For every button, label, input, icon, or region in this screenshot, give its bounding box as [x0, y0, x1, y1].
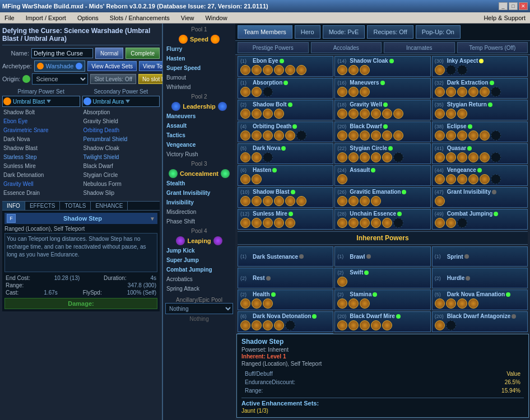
- mode-pve-button[interactable]: Mode: PvE: [323, 25, 365, 39]
- tab-info[interactable]: INFO: [2, 202, 25, 210]
- primary-power-9[interactable]: Essence Drain: [2, 189, 80, 198]
- tab-effects[interactable]: EFFECTS: [25, 202, 61, 210]
- prestige-powers-button[interactable]: Prestige Powers: [238, 42, 309, 53]
- power-slot-23[interactable]: (49) Combat Jumping: [432, 209, 528, 230]
- power-slot-1[interactable]: (14) Shadow Cloak: [334, 56, 430, 77]
- power-slot-14[interactable]: (41) Quasar: [432, 143, 528, 164]
- pool1-power-1[interactable]: Hasten: [164, 54, 234, 63]
- power-slot-2[interactable]: (30) Inky Aspect: [432, 56, 528, 77]
- incarnates-button[interactable]: Incarnates: [384, 42, 455, 53]
- hero-button[interactable]: Hero: [295, 25, 320, 39]
- view-active-sets-button[interactable]: View Active Sets: [87, 61, 137, 71]
- power-slot-19[interactable]: (26) Gravitic Emanation: [334, 187, 430, 208]
- complete-button[interactable]: Complete: [125, 48, 160, 59]
- secondary-set-select[interactable]: Umbral Aura: [82, 96, 160, 107]
- menu-import-export[interactable]: Import / Export: [24, 13, 68, 22]
- sec-power-1[interactable]: Gravity Shield: [82, 117, 160, 126]
- power-slot-9[interactable]: (4) Orbiting Death: [238, 122, 333, 142]
- inherent-slot-2[interactable]: (1) Sprint: [432, 246, 528, 267]
- inherent-slot-0[interactable]: (1) Dark Sustenance: [238, 246, 333, 267]
- inherent-slot-8[interactable]: (5) Dark Nova Emanation: [432, 290, 528, 310]
- menu-options[interactable]: Options: [75, 13, 101, 22]
- pool1-power-0[interactable]: Flurry: [164, 44, 234, 54]
- power-slot-3[interactable]: (1) Absorption: [238, 78, 333, 99]
- pool2-power-1[interactable]: Assault: [164, 121, 234, 130]
- menu-view[interactable]: View: [179, 13, 197, 22]
- slot-levels-button[interactable]: Slot Levels: Off: [90, 74, 136, 84]
- pool1-power-2[interactable]: Super Speed: [164, 63, 234, 73]
- power-slot-22[interactable]: (28) Unchain Essence: [334, 209, 430, 230]
- power-slot-21[interactable]: (12) Sunless Mire: [238, 209, 333, 230]
- pool2-power-0[interactable]: Maneuvers: [164, 111, 234, 121]
- pool2-power-3[interactable]: Vengeance: [164, 140, 234, 150]
- primary-power-1[interactable]: Ebon Eye: [2, 117, 80, 126]
- pool3-power-1[interactable]: Grant Invisibility: [164, 188, 234, 198]
- pool3-power-3[interactable]: Misdirection: [164, 207, 234, 217]
- sec-power-4[interactable]: Shadow Cloak: [82, 144, 160, 153]
- sec-power-0[interactable]: Absorption: [82, 108, 160, 117]
- pool4-power-3[interactable]: Acrobatics: [164, 274, 234, 284]
- power-slot-18[interactable]: (10) Shadow Blast: [238, 187, 333, 208]
- pool2-power-2[interactable]: Tactics: [164, 130, 234, 140]
- sec-power-2[interactable]: Orbiting Death: [82, 126, 160, 135]
- pool1-power-3[interactable]: Burnout: [164, 73, 234, 82]
- power-slot-17[interactable]: (44) Vengeance: [432, 165, 528, 186]
- pool3-power-4[interactable]: Phase Shift: [164, 217, 234, 226]
- power-slot-4[interactable]: (16) Maneuvers: [334, 78, 430, 99]
- inherent-slot-7[interactable]: (2) Stamina: [334, 290, 430, 310]
- pool3-power-0[interactable]: Stealth: [164, 179, 234, 188]
- name-input[interactable]: [31, 48, 93, 58]
- power-slot-13[interactable]: (22) Stygian Circle: [334, 143, 430, 164]
- pool2-title[interactable]: Leadership: [183, 103, 216, 110]
- power-slot-12[interactable]: (5) Dark Nova: [238, 143, 333, 164]
- power-slot-8[interactable]: (35) Stygian Return: [432, 100, 528, 120]
- power-slot-7[interactable]: (18) Gravity Well: [334, 100, 430, 120]
- sec-power-9[interactable]: Shadow Slip: [82, 189, 160, 198]
- pool3-title[interactable]: Concealment: [180, 170, 218, 177]
- tab-enhance[interactable]: ENHANCE: [91, 202, 128, 210]
- pool4-power-2[interactable]: Combat Jumping: [164, 265, 234, 274]
- primary-set-select[interactable]: Umbral Blast: [2, 96, 80, 107]
- primary-power-0[interactable]: Shadow Bolt: [2, 108, 80, 117]
- primary-power-4[interactable]: Shadow Blast: [2, 144, 80, 153]
- menu-slots[interactable]: Slots / Enhancements: [108, 13, 172, 22]
- tab-totals[interactable]: TOTALS: [60, 202, 91, 210]
- sec-power-5[interactable]: Twilight Shield: [82, 153, 160, 162]
- pool1-power-4[interactable]: Whirlwind: [164, 82, 234, 92]
- origin-select[interactable]: Science: [32, 73, 88, 85]
- menu-help[interactable]: Help & Support: [481, 13, 528, 22]
- minimize-button[interactable]: _: [499, 2, 508, 10]
- sec-power-3[interactable]: Penumbral Shield: [82, 135, 160, 144]
- power-slot-0[interactable]: (1) Ebon Eye: [238, 56, 333, 77]
- popup-on-button[interactable]: Pop-Up: On: [416, 25, 461, 39]
- pool4-power-4[interactable]: Spring Attack: [164, 284, 234, 293]
- sec-power-7[interactable]: Stygian Circle: [82, 171, 160, 180]
- sec-power-8[interactable]: Nebulous Form: [82, 180, 160, 189]
- primary-power-7[interactable]: Dark Detonation: [2, 171, 80, 180]
- ancillary-select[interactable]: Nothing: [165, 303, 233, 314]
- pool4-power-0[interactable]: Jump Kick: [164, 246, 234, 255]
- power-slot-11[interactable]: (38) Eclipse: [432, 122, 528, 142]
- primary-power-5[interactable]: Starless Step: [2, 153, 80, 162]
- primary-power-2[interactable]: Gravimetric Snare: [2, 126, 80, 135]
- inherent-slot-1[interactable]: (1) Brawl: [334, 246, 430, 267]
- accolades-button[interactable]: Accolades: [311, 42, 382, 53]
- inherent-slot-3[interactable]: (2) Rest: [238, 268, 333, 288]
- primary-power-6[interactable]: Sunless Mire: [2, 162, 80, 171]
- team-members-button[interactable]: Team Members: [238, 25, 292, 39]
- power-slot-16[interactable]: (24) Assault: [334, 165, 430, 186]
- pool4-title[interactable]: Leaping: [187, 237, 211, 244]
- temp-powers-button[interactable]: Temp Powers (Off): [457, 42, 528, 53]
- power-slot-5[interactable]: (32) Dark Extraction: [432, 78, 528, 99]
- lower-slot-1[interactable]: (20) Black Dwarf Mire: [334, 311, 430, 332]
- inherent-slot-6[interactable]: (2) Health: [238, 290, 333, 310]
- primary-power-8[interactable]: Gravity Well: [2, 180, 80, 189]
- menu-window[interactable]: Window: [203, 13, 229, 22]
- pool1-title[interactable]: Speed: [190, 36, 208, 43]
- pool2-power-4[interactable]: Victory Rush: [164, 150, 234, 159]
- inherent-slot-4[interactable]: (2) Swift: [334, 268, 430, 288]
- lower-slot-0[interactable]: (6) Dark Nova Detonation: [238, 311, 333, 332]
- primary-power-3[interactable]: Dark Nova: [2, 135, 80, 144]
- recipes-off-button[interactable]: Recipes: Off: [367, 25, 413, 39]
- power-slot-15[interactable]: (6) Hasten: [238, 165, 333, 186]
